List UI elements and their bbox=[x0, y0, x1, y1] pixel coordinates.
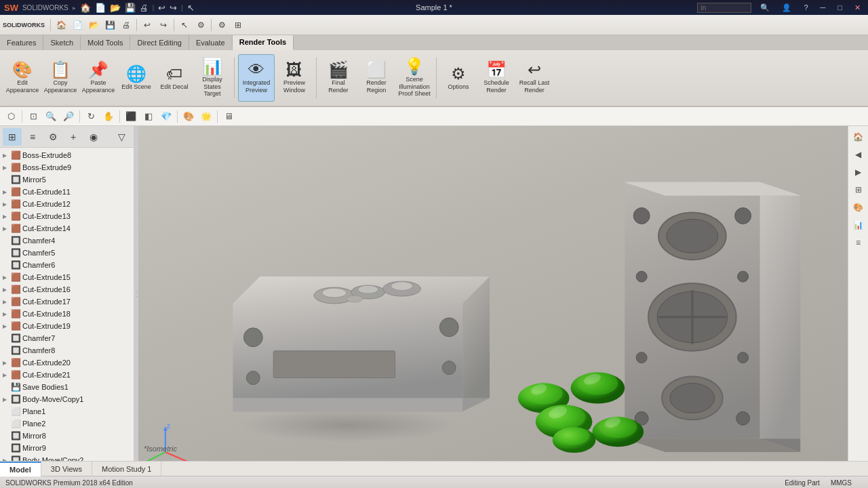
home-cmd-btn[interactable]: 🏠 bbox=[54, 18, 68, 33]
right-view-fwd-btn[interactable]: ▶ bbox=[850, 164, 867, 180]
tree-item-cut-extrude15[interactable]: ▶ 🟫 Cut-Extrude15 bbox=[0, 271, 134, 283]
search-input[interactable] bbox=[697, 3, 751, 13]
tab-evaluate[interactable]: Evaluate bbox=[189, 35, 233, 50]
tree-item-cut-extrude12[interactable]: ▶ 🟫 Cut-Extrude12 bbox=[0, 198, 134, 210]
tree-item-chamfer6[interactable]: 🔲 Chamfer6 bbox=[0, 259, 134, 271]
print-doc-btn[interactable]: 🖨 bbox=[119, 18, 134, 33]
tab-sketch[interactable]: Sketch bbox=[43, 35, 81, 50]
home-icon[interactable]: 🏠 bbox=[80, 3, 91, 13]
dim-xpert-tab[interactable]: + bbox=[64, 128, 83, 146]
integrated-preview-btn[interactable]: 👁 Integrated Preview bbox=[238, 54, 275, 102]
display-manager-tab[interactable]: ◉ bbox=[84, 128, 103, 146]
tree-item-save-bodies1[interactable]: 💾 Save Bodies1 bbox=[0, 381, 134, 393]
edit-appearance-btn[interactable]: 🎨 Edit Appearance bbox=[4, 54, 41, 102]
tab-3d-views[interactable]: 3D Views bbox=[41, 462, 92, 476]
tree-item-cut-extrude14[interactable]: ▶ 🟫 Cut-Extrude14 bbox=[0, 222, 134, 235]
tree-item-cut-extrude20[interactable]: ▶ 🟫 Cut-Extrude20 bbox=[0, 357, 134, 369]
tree-item-cut-extrude13[interactable]: ▶ 🟫 Cut-Extrude13 bbox=[0, 210, 134, 222]
pan-btn[interactable]: ✋ bbox=[100, 109, 117, 124]
tree-item-boss-extrude8[interactable]: ▶ 🟫 Boss-Extrude8 bbox=[0, 149, 134, 161]
select-btn[interactable]: ↖ bbox=[177, 18, 192, 33]
zoom-out-btn[interactable]: 🔎 bbox=[60, 109, 77, 124]
tree-item-cut-extrude17[interactable]: ▶ 🟫 Cut-Extrude17 bbox=[0, 296, 134, 308]
zoom-in-btn[interactable]: 🔍 bbox=[43, 109, 59, 124]
redo-icon[interactable]: ↪ bbox=[170, 3, 177, 13]
options-ribbon-btn[interactable]: ⚙ Options bbox=[440, 54, 477, 102]
section-view-btn[interactable]: ◧ bbox=[140, 109, 157, 124]
save-doc-btn[interactable]: 💾 bbox=[102, 18, 117, 33]
tree-item-body-move-copy2[interactable]: ▶ 🔲 Body-Move/Copy2 bbox=[0, 454, 134, 461]
paste-appearance-btn[interactable]: 📌 Paste Appearance bbox=[80, 54, 117, 102]
open-doc-btn[interactable]: 📂 bbox=[86, 18, 101, 33]
close-btn[interactable]: ✕ bbox=[851, 2, 864, 14]
tab-render-tools[interactable]: Render Tools bbox=[233, 35, 294, 50]
tree-item-cut-extrude19[interactable]: ▶ 🟫 Cut-Extrude19 bbox=[0, 320, 134, 332]
tree-item-mirror5[interactable]: 🔲 Mirror5 bbox=[0, 174, 134, 186]
options-cmd-btn[interactable]: ⚙ bbox=[214, 18, 229, 33]
zoom-to-fit-btn[interactable]: ⊡ bbox=[25, 109, 41, 124]
property-manager-tab[interactable]: ≡ bbox=[23, 128, 42, 146]
tree-item-chamfer5[interactable]: 🔲 Chamfer5 bbox=[0, 247, 134, 259]
viewport[interactable]: Z X Y *Isometric bbox=[138, 126, 848, 461]
view-cube-btn[interactable]: ⬡ bbox=[3, 109, 19, 124]
config-manager-tab[interactable]: ⚙ bbox=[43, 128, 62, 146]
restore-btn[interactable]: □ bbox=[834, 2, 846, 13]
search-box[interactable] bbox=[697, 3, 751, 13]
new-doc-btn[interactable]: 📄 bbox=[70, 18, 85, 33]
open-icon[interactable]: 📂 bbox=[110, 3, 121, 13]
tree-item-plane1[interactable]: ⬜ Plane1 bbox=[0, 405, 134, 418]
tab-model[interactable]: Model bbox=[0, 462, 41, 476]
undo-icon[interactable]: ↩ bbox=[158, 3, 165, 13]
tree-item-chamfer7[interactable]: 🔲 Chamfer7 bbox=[0, 332, 134, 344]
view-layout-btn[interactable]: ⊞ bbox=[231, 18, 245, 33]
render-region-btn[interactable]: ⬜ Render Region bbox=[358, 54, 395, 102]
redo-btn[interactable]: ↪ bbox=[156, 18, 171, 33]
tree-item-chamfer4[interactable]: 🔲 Chamfer4 bbox=[0, 235, 134, 247]
feature-tree[interactable]: ▶ 🟫 Boss-Extrude8 ▶ 🟫 Boss-Extrude9 🔲 Mi… bbox=[0, 148, 134, 461]
tab-direct-editing[interactable]: Direct Editing bbox=[130, 35, 189, 50]
tree-item-cut-extrude21[interactable]: ▶ 🟫 Cut-Extrude21 bbox=[0, 369, 134, 381]
right-table-btn[interactable]: ≡ bbox=[850, 235, 867, 251]
tree-item-boss-extrude9[interactable]: ▶ 🟫 Boss-Extrude9 bbox=[0, 161, 134, 174]
right-color-btn[interactable]: 🎨 bbox=[850, 199, 867, 216]
recall-last-render-btn[interactable]: ↩ Recall Last Render bbox=[516, 54, 553, 102]
edit-decal-btn[interactable]: 🏷 Edit Decal bbox=[156, 54, 193, 102]
final-render-btn[interactable]: 🎬 Final Render bbox=[320, 54, 357, 102]
search-btn[interactable]: 🔍 bbox=[757, 2, 773, 14]
select-icon[interactable]: ↖ bbox=[187, 3, 195, 13]
rebuild-btn[interactable]: ⚙ bbox=[193, 18, 208, 33]
right-feature-mgr-btn[interactable]: ⊞ bbox=[850, 182, 867, 198]
tree-item-plane2[interactable]: ⬜ Plane2 bbox=[0, 418, 134, 430]
tree-item-cut-extrude16[interactable]: ▶ 🟫 Cut-Extrude16 bbox=[0, 283, 134, 296]
view-orient-btn[interactable]: ⬛ bbox=[123, 109, 139, 124]
appearance-btn[interactable]: 🎨 bbox=[180, 109, 197, 124]
copy-appearance-btn[interactable]: 📋 Copy Appearance bbox=[42, 54, 79, 102]
tree-item-mirror8[interactable]: 🔲 Mirror8 bbox=[0, 430, 134, 442]
print-icon[interactable]: 🖨 bbox=[140, 3, 149, 13]
rotate-btn[interactable]: ↻ bbox=[83, 109, 99, 124]
tree-item-cut-extrude18[interactable]: ▶ 🟫 Cut-Extrude18 bbox=[0, 308, 134, 320]
right-view-home-btn[interactable]: 🏠 bbox=[850, 129, 867, 145]
scene-bg-btn[interactable]: 🌟 bbox=[198, 109, 214, 124]
edit-scene-btn[interactable]: 🌐 Edit Scene bbox=[118, 54, 155, 102]
undo-btn[interactable]: ↩ bbox=[140, 18, 155, 33]
tree-item-mirror9[interactable]: 🔲 Mirror9 bbox=[0, 442, 134, 454]
minimize-btn[interactable]: ─ bbox=[817, 2, 829, 13]
monitor-btn[interactable]: 🖥 bbox=[220, 109, 237, 124]
right-chart-btn[interactable]: 📊 bbox=[850, 217, 867, 233]
tab-mold-tools[interactable]: Mold Tools bbox=[81, 35, 130, 50]
scene-illumination-btn[interactable]: 💡 Scene Illumination Proof Sheet bbox=[396, 54, 433, 102]
tree-item-body-move-copy1[interactable]: ▶ 🔲 Body-Move/Copy1 bbox=[0, 393, 134, 405]
help-icon[interactable]: ? bbox=[800, 2, 811, 13]
tree-item-cut-extrude11[interactable]: ▶ 🟫 Cut-Extrude11 bbox=[0, 186, 134, 198]
tab-motion-study-1[interactable]: Motion Study 1 bbox=[92, 462, 161, 476]
schedule-render-btn[interactable]: 📅 Schedule Render bbox=[478, 54, 515, 102]
preview-window-btn[interactable]: 🖼 Preview Window bbox=[276, 54, 313, 102]
save-icon[interactable]: 💾 bbox=[125, 3, 136, 13]
filter-btn[interactable]: ▽ bbox=[112, 128, 131, 146]
feature-manager-tab[interactable]: ⊞ bbox=[3, 128, 22, 146]
new-icon[interactable]: 📄 bbox=[95, 3, 106, 13]
tree-item-chamfer8[interactable]: 🔲 Chamfer8 bbox=[0, 344, 134, 357]
user-icon[interactable]: 👤 bbox=[778, 2, 795, 14]
right-view-back-btn[interactable]: ◀ bbox=[850, 146, 867, 163]
